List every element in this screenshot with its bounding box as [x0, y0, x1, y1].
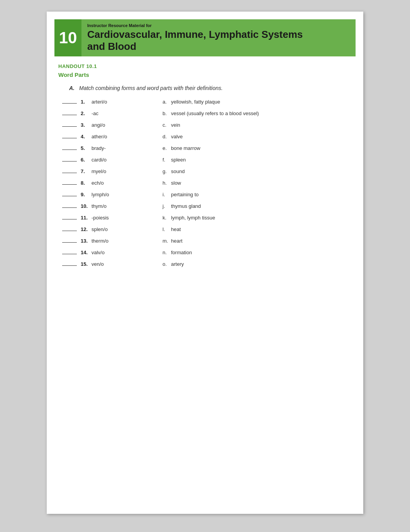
def-letter: a. [163, 99, 171, 105]
chapter-number: 10 [54, 19, 81, 56]
item-number: 9. [81, 192, 91, 197]
item-number: 7. [81, 168, 91, 174]
item-number: 3. [81, 122, 91, 128]
def-text: valve [171, 134, 183, 139]
def-letter: d. [163, 134, 171, 139]
def-letter: n. [163, 250, 171, 255]
term-row: 7. myel/o [62, 168, 163, 177]
answer-blank [62, 219, 77, 219]
def-letter: g. [163, 168, 171, 174]
term-row: 1. arteri/o [62, 99, 163, 107]
definition-row: c. vein [163, 122, 352, 131]
item-number: 2. [81, 110, 91, 116]
item-term: thym/o [91, 203, 107, 209]
answer-blank [62, 207, 77, 208]
matching-exercise: 1. arteri/o 2. -ac 3. angi/o 4. ather/o … [62, 99, 352, 273]
item-number: 13. [81, 238, 91, 244]
answer-blank [62, 115, 77, 115]
definition-row: f. spleen [163, 157, 352, 165]
definition-row: m. heart [163, 238, 352, 246]
term-row: 4. ather/o [62, 134, 163, 142]
def-text: pertaining to [171, 192, 199, 197]
answer-blank [62, 254, 77, 254]
def-text: vein [171, 122, 180, 128]
item-term: myel/o [91, 168, 106, 174]
def-text: artery [171, 261, 184, 267]
answer-blank [62, 184, 77, 185]
answer-blank [62, 161, 77, 161]
definition-row: h. slow [163, 180, 352, 189]
def-text: heat [171, 226, 181, 232]
def-letter: j. [163, 203, 171, 209]
def-letter: e. [163, 145, 171, 151]
def-text: slow [171, 180, 181, 186]
answer-blank [62, 126, 77, 127]
definition-row: b. vessel (usually refers to a blood ves… [163, 110, 352, 119]
item-number: 1. [81, 99, 91, 105]
def-text: lymph, lymph tissue [171, 215, 215, 221]
item-term: valv/o [91, 250, 105, 255]
content-area: HANDOUT 10.1 Word Parts A.Match combinin… [47, 56, 363, 284]
def-letter: k. [163, 215, 171, 221]
item-term: brady- [91, 145, 106, 151]
instruction: A.Match combining forms and word parts w… [69, 85, 352, 91]
item-term: angi/o [91, 122, 105, 128]
term-row: 6. cardi/o [62, 157, 163, 165]
item-number: 4. [81, 134, 91, 139]
page: 10 Instructor Resource Material for Card… [47, 12, 363, 514]
def-letter: m. [163, 238, 171, 244]
answer-blank [62, 173, 77, 173]
item-term: splen/o [91, 226, 108, 232]
item-term: -poiesis [91, 215, 109, 221]
item-term: arteri/o [91, 99, 107, 105]
item-term: therm/o [91, 238, 108, 244]
terms-column: 1. arteri/o 2. -ac 3. angi/o 4. ather/o … [62, 99, 163, 273]
term-row: 10. thym/o [62, 203, 163, 212]
definition-row: a. yellowish, fatty plaque [163, 99, 352, 107]
term-row: 11. -poiesis [62, 215, 163, 223]
term-row: 13. therm/o [62, 238, 163, 246]
def-letter: o. [163, 261, 171, 267]
term-row: 12. splen/o [62, 226, 163, 235]
term-row: 15. ven/o [62, 261, 163, 270]
item-number: 15. [81, 261, 91, 267]
item-term: lymph/o [91, 192, 109, 197]
def-text: formation [171, 250, 192, 255]
answer-blank [62, 150, 77, 150]
section-title: Word Parts [58, 71, 352, 78]
answer-blank [62, 242, 77, 243]
def-letter: f. [163, 157, 171, 163]
item-term: ven/o [91, 261, 104, 267]
definition-row: j. thymus gland [163, 203, 352, 212]
def-text: heart [171, 238, 183, 244]
instruction-letter: A. [69, 85, 75, 91]
definitions-column: a. yellowish, fatty plaque b. vessel (us… [163, 99, 352, 273]
item-number: 12. [81, 226, 91, 232]
item-number: 14. [81, 250, 91, 255]
item-term: ech/o [91, 180, 104, 186]
definition-row: l. heat [163, 226, 352, 235]
item-number: 11. [81, 215, 91, 221]
header-banner: 10 Instructor Resource Material for Card… [54, 19, 356, 56]
handout-label: HANDOUT 10.1 [58, 63, 352, 69]
header-title: Cardiovascular, Immune, Lymphatic System… [87, 29, 303, 53]
answer-blank [62, 196, 77, 196]
header-text: Instructor Resource Material for Cardiov… [81, 19, 308, 56]
def-letter: c. [163, 122, 171, 128]
definition-row: n. formation [163, 250, 352, 258]
term-row: 8. ech/o [62, 180, 163, 189]
def-text: bone marrow [171, 145, 200, 151]
answer-blank [62, 231, 77, 231]
def-text: yellowish, fatty plaque [171, 99, 220, 105]
item-number: 8. [81, 180, 91, 186]
term-row: 2. -ac [62, 110, 163, 119]
header-subtitle: Instructor Resource Material for [87, 23, 303, 28]
def-letter: b. [163, 110, 171, 116]
definition-row: k. lymph, lymph tissue [163, 215, 352, 223]
def-letter: h. [163, 180, 171, 186]
definition-row: o. artery [163, 261, 352, 270]
definition-row: d. valve [163, 134, 352, 142]
item-term: ather/o [91, 134, 107, 139]
item-number: 5. [81, 145, 91, 151]
def-text: vessel (usually refers to a blood vessel… [171, 110, 259, 116]
